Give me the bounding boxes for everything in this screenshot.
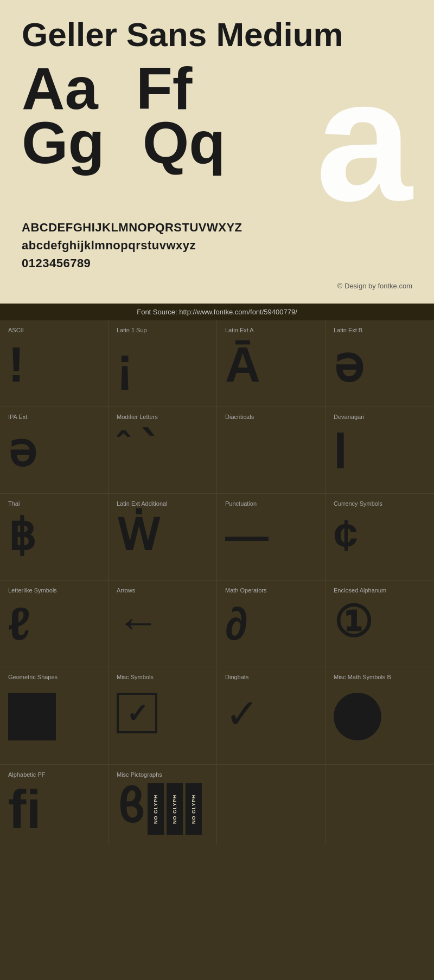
glyph-cell-currency: Currency Symbols ¢ (326, 494, 434, 581)
glyph-cell-miscmath: Misc Math Symbols B (326, 667, 434, 765)
glyph-label-geoshapes: Geometric Shapes (8, 674, 100, 680)
glyph-label-pictographs: Misc Pictographs (117, 771, 208, 778)
lowercase-alphabet: abcdefghijklmnopqrstuvwxyz (22, 236, 412, 254)
glyph-cell-enclosed: Enclosed Alphanum ① (326, 581, 434, 667)
no-glyph-box-2: NO GLYPH (167, 783, 183, 835)
bottom-cell-pictographs: Misc Pictographs ϐ NO GLYPH NO GLYPH NO … (108, 765, 217, 844)
glyph-label-dingbats: Dingbats (225, 674, 317, 680)
glyph-cell-devanagari: Devanagari l (326, 407, 434, 494)
glyph-cell-latinexta: Latin Ext A Ā (217, 320, 326, 407)
specimen-pair-qq: Qq (143, 113, 226, 172)
glyph-label-latinexta: Latin Ext A (225, 327, 317, 333)
specimen-big-char: a (316, 53, 412, 227)
misc-checkbox: ✓ (117, 693, 157, 733)
font-source: Font Source: http://www.fontke.com/font/… (0, 304, 434, 320)
bottom-cell-alphabetic: Alphabetic PF fi (0, 765, 108, 844)
glyph-char-thai: ฿ (8, 514, 36, 557)
no-glyph-box-1: NO GLYPH (148, 783, 164, 835)
glyph-cell-misc: Misc Symbols ✓ (108, 667, 217, 765)
glyph-label-latinextadd: Latin Ext Additional (117, 500, 208, 507)
glyph-label-thai: Thai (8, 500, 100, 507)
glyph-label-latin1sup: Latin 1 Sup (117, 327, 208, 333)
glyph-cell-geoshapes: Geometric Shapes (0, 667, 108, 765)
glyph-grid-row2: IPA Ext ə Modifier Letters ˆ ˋ Diacritic… (0, 407, 434, 494)
glyph-label-punctuation: Punctuation (225, 500, 317, 507)
glyph-char-currency: ¢ (334, 514, 358, 557)
glyph-label-devanagari: Devanagari (334, 414, 426, 420)
glyph-label-miscmath: Misc Math Symbols B (334, 674, 426, 680)
glyph-grid-row3: Thai ฿ Latin Ext Additional Ẇ Punctuatio… (0, 494, 434, 581)
glyph-label-letterlike: Letterlike Symbols (8, 587, 100, 594)
glyph-label-diacriticals: Diacriticals (225, 414, 317, 420)
glyph-cell-diacriticals: Diacriticals (217, 407, 326, 494)
glyph-label-modifier: Modifier Letters (117, 414, 208, 420)
glyph-char-devanagari: l (334, 427, 347, 476)
glyph-char-ipaext: ə (8, 427, 36, 473)
glyph-cell-latinextadd: Latin Ext Additional Ẇ (108, 494, 217, 581)
specimen-pair-gg: Gg (22, 113, 105, 172)
geo-shape-square (8, 693, 56, 740)
glyph-char-latin1sup: ¡ (117, 340, 133, 389)
glyph-cell-arrows: Arrows ← (108, 581, 217, 667)
glyph-char-latinexta: Ā (225, 340, 260, 389)
bottom-cell-empty1 (217, 765, 326, 844)
glyph-char-latinextb: ə (334, 340, 363, 389)
glyph-label-currency: Currency Symbols (334, 500, 426, 507)
glyph-cell-punctuation: Punctuation — (217, 494, 326, 581)
glyph-cell-thai: Thai ฿ (0, 494, 108, 581)
glyph-char-modifier: ˆ ˋ (117, 427, 159, 465)
glyph-cell-ipaext: IPA Ext ə (0, 407, 108, 494)
glyph-label-arrows: Arrows (117, 587, 208, 594)
no-glyph-box-3: NO GLYPH (186, 783, 202, 835)
glyph-char-mathops: ∂ (225, 601, 248, 647)
specimen-large: Aa Ff Gg Qq a (22, 59, 412, 210)
glyph-label-enclosed: Enclosed Alphanum (334, 587, 426, 594)
glyph-cell-mathops: Math Operators ∂ (217, 581, 326, 667)
glyph-cell-latin1sup: Latin 1 Sup ¡ (108, 320, 217, 407)
glyph-char-ascii: ! (8, 340, 24, 389)
glyph-label-misc: Misc Symbols (117, 674, 208, 680)
glyph-cell-ascii: ASCII ! (0, 320, 108, 407)
glyph-label-alphabetic: Alphabetic PF (8, 771, 100, 778)
dingbat-check: ✓ (225, 690, 259, 738)
glyph-cell-latinextb: Latin Ext B ə (326, 320, 434, 407)
glyph-char-letterlike: ℓ (8, 601, 31, 647)
glyph-label-latinextb: Latin Ext B (334, 327, 426, 333)
misc-math-circle (334, 693, 381, 740)
glyph-label-mathops: Math Operators (225, 587, 317, 594)
glyph-label-ascii: ASCII (8, 327, 100, 333)
glyph-grid-row4: Letterlike Symbols ℓ Arrows ← Math Opera… (0, 581, 434, 667)
pictograph-container: ϐ NO GLYPH NO GLYPH NO GLYPH (117, 783, 208, 835)
pictograph-char: ϐ (117, 783, 145, 829)
glyph-label-ipaext: IPA Ext (8, 414, 100, 420)
glyph-char-punctuation: — (225, 514, 269, 557)
dark-section: Font Source: http://www.fontke.com/font/… (0, 304, 434, 844)
glyph-char-arrows: ← (117, 601, 160, 644)
top-section: Geller Sans Medium Aa Ff Gg Qq a ABCDEFG… (0, 0, 434, 304)
glyph-cell-dingbats: Dingbats ✓ (217, 667, 326, 765)
bottom-cell-empty2 (326, 765, 434, 844)
glyph-char-enclosed: ① (334, 601, 373, 644)
glyph-char-latinextadd: Ẇ (117, 514, 159, 557)
glyph-cell-letterlike: Letterlike Symbols ℓ (0, 581, 108, 667)
digits: 0123456789 (22, 254, 412, 272)
glyph-grid-row5: Geometric Shapes Misc Symbols ✓ Dingbats… (0, 667, 434, 765)
credit-text: © Design by fontke.com (22, 282, 412, 293)
glyph-grid-row1: ASCII ! Latin 1 Sup ¡ Latin Ext A Ā Lati… (0, 320, 434, 407)
fi-ligature: fi (8, 782, 100, 836)
glyph-cell-modifier: Modifier Letters ˆ ˋ (108, 407, 217, 494)
bottom-row: Alphabetic PF fi Misc Pictographs ϐ NO G… (0, 765, 434, 844)
